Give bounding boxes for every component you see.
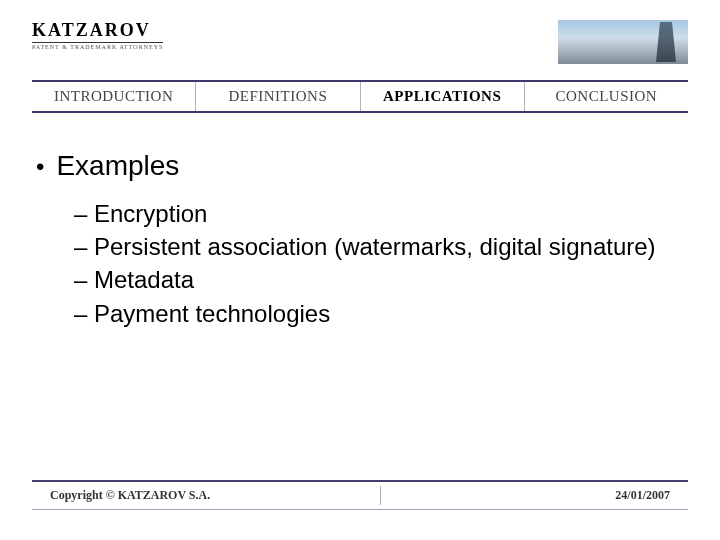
logo-subtitle: PATENT & TRADEMARK ATTORNEYS — [32, 44, 163, 50]
nav-conclusion: CONCLUSION — [525, 82, 688, 111]
bullet-dot-icon: • — [36, 153, 44, 181]
list-item: – Encryption — [74, 198, 688, 229]
heading-text: Examples — [56, 150, 179, 182]
header-image — [558, 20, 688, 64]
item-text: Encryption — [94, 200, 207, 227]
item-text: Payment technologies — [94, 300, 330, 327]
slide-footer: Copyright © KATZAROV S.A. 24/01/2007 — [32, 480, 688, 510]
item-text: Persistent association (watermarks, digi… — [94, 233, 656, 260]
slide-header: KATZAROV PATENT & TRADEMARK ATTORNEYS — [32, 20, 688, 62]
logo-text: KATZAROV — [32, 20, 163, 43]
item-text: Metadata — [94, 266, 194, 293]
nav-applications: APPLICATIONS — [361, 82, 525, 111]
logo: KATZAROV PATENT & TRADEMARK ATTORNEYS — [32, 20, 163, 50]
nav-introduction: INTRODUCTION — [32, 82, 196, 111]
list-item: – Metadata — [74, 264, 688, 295]
footer-row: Copyright © KATZAROV S.A. 24/01/2007 — [32, 482, 688, 509]
copyright-text: Copyright © KATZAROV S.A. — [50, 488, 210, 503]
list-item: – Payment technologies — [74, 298, 688, 329]
slide-content: • Examples – Encryption – Persistent ass… — [32, 150, 688, 331]
section-nav: INTRODUCTION DEFINITIONS APPLICATIONS CO… — [32, 80, 688, 113]
content-heading: • Examples — [36, 150, 688, 182]
footer-rule — [32, 509, 688, 510]
date-text: 24/01/2007 — [615, 488, 670, 503]
nav-definitions: DEFINITIONS — [196, 82, 360, 111]
list-item: – Persistent association (watermarks, di… — [74, 231, 688, 262]
